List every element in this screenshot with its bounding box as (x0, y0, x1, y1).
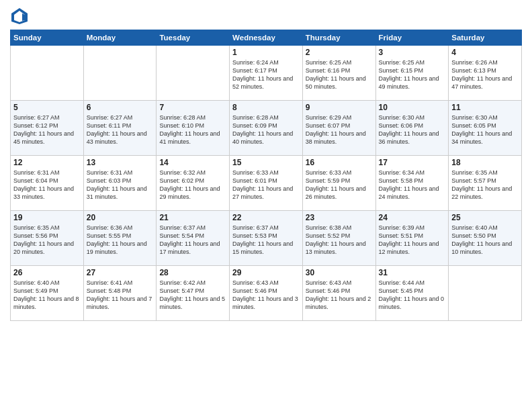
day-info: Sunrise: 6:28 AM Sunset: 6:09 PM Dayligh… (232, 113, 300, 146)
calendar-cell: 18Sunrise: 6:35 AM Sunset: 5:57 PM Dayli… (449, 156, 522, 211)
day-number: 26 (13, 268, 81, 277)
calendar-cell: 20Sunrise: 6:36 AM Sunset: 5:55 PM Dayli… (83, 211, 157, 266)
day-number: 11 (451, 103, 519, 112)
day-info: Sunrise: 6:26 AM Sunset: 6:13 PM Dayligh… (451, 58, 519, 91)
day-info: Sunrise: 6:33 AM Sunset: 5:59 PM Dayligh… (306, 169, 373, 201)
day-info: Sunrise: 6:39 AM Sunset: 5:51 PM Dayligh… (379, 224, 446, 257)
day-number: 27 (87, 268, 154, 277)
week-row-4: 19Sunrise: 6:35 AM Sunset: 5:56 PM Dayli… (11, 211, 522, 266)
day-info: Sunrise: 6:25 AM Sunset: 6:15 PM Dayligh… (379, 58, 446, 91)
day-number: 31 (379, 268, 446, 277)
calendar-cell: 8Sunrise: 6:28 AM Sunset: 6:09 PM Daylig… (230, 101, 303, 156)
day-header-wednesday: Wednesday (230, 30, 303, 46)
day-info: Sunrise: 6:30 AM Sunset: 6:05 PM Dayligh… (451, 113, 519, 146)
week-row-1: 1Sunrise: 6:24 AM Sunset: 6:17 PM Daylig… (11, 46, 522, 101)
calendar-cell (449, 266, 522, 321)
day-number: 1 (232, 48, 300, 57)
calendar-cell: 23Sunrise: 6:38 AM Sunset: 5:52 PM Dayli… (302, 211, 375, 266)
logo (10, 7, 32, 26)
day-info: Sunrise: 6:36 AM Sunset: 5:55 PM Dayligh… (87, 224, 154, 257)
calendar-cell: 15Sunrise: 6:33 AM Sunset: 6:01 PM Dayli… (230, 156, 303, 211)
day-info: Sunrise: 6:31 AM Sunset: 6:03 PM Dayligh… (87, 169, 154, 201)
day-info: Sunrise: 6:24 AM Sunset: 6:17 PM Dayligh… (232, 58, 300, 91)
day-info: Sunrise: 6:35 AM Sunset: 5:57 PM Dayligh… (451, 169, 519, 201)
day-info: Sunrise: 6:40 AM Sunset: 5:49 PM Dayligh… (13, 279, 81, 312)
calendar-cell: 11Sunrise: 6:30 AM Sunset: 6:05 PM Dayli… (449, 101, 522, 156)
day-info: Sunrise: 6:32 AM Sunset: 6:02 PM Dayligh… (159, 169, 226, 201)
day-number: 29 (232, 268, 300, 277)
calendar-header-row: SundayMondayTuesdayWednesdayThursdayFrid… (11, 30, 522, 46)
calendar-cell: 13Sunrise: 6:31 AM Sunset: 6:03 PM Dayli… (83, 156, 157, 211)
calendar-cell: 2Sunrise: 6:25 AM Sunset: 6:16 PM Daylig… (302, 46, 375, 101)
day-info: Sunrise: 6:43 AM Sunset: 5:46 PM Dayligh… (306, 279, 373, 312)
day-number: 19 (13, 213, 81, 222)
calendar-cell: 16Sunrise: 6:33 AM Sunset: 5:59 PM Dayli… (302, 156, 375, 211)
day-info: Sunrise: 6:38 AM Sunset: 5:52 PM Dayligh… (306, 224, 373, 257)
calendar-cell: 6Sunrise: 6:27 AM Sunset: 6:11 PM Daylig… (83, 101, 157, 156)
day-number: 9 (306, 103, 373, 112)
day-number: 22 (232, 213, 300, 222)
day-header-thursday: Thursday (302, 30, 375, 46)
calendar-cell: 29Sunrise: 6:43 AM Sunset: 5:46 PM Dayli… (230, 266, 303, 321)
calendar-cell (157, 46, 230, 101)
calendar-cell (83, 46, 157, 101)
calendar-cell: 9Sunrise: 6:29 AM Sunset: 6:07 PM Daylig… (302, 101, 375, 156)
calendar-cell: 24Sunrise: 6:39 AM Sunset: 5:51 PM Dayli… (375, 211, 449, 266)
week-row-2: 5Sunrise: 6:27 AM Sunset: 6:12 PM Daylig… (11, 101, 522, 156)
day-info: Sunrise: 6:29 AM Sunset: 6:07 PM Dayligh… (306, 113, 373, 146)
calendar-cell: 7Sunrise: 6:28 AM Sunset: 6:10 PM Daylig… (157, 101, 230, 156)
calendar-cell: 21Sunrise: 6:37 AM Sunset: 5:54 PM Dayli… (157, 211, 230, 266)
day-number: 21 (159, 213, 226, 222)
day-header-sunday: Sunday (11, 30, 84, 46)
day-number: 15 (232, 158, 300, 167)
day-info: Sunrise: 6:40 AM Sunset: 5:50 PM Dayligh… (451, 224, 519, 257)
day-number: 30 (306, 268, 373, 277)
calendar: SundayMondayTuesdayWednesdayThursdayFrid… (10, 30, 522, 321)
logo-icon (10, 7, 29, 26)
day-info: Sunrise: 6:27 AM Sunset: 6:11 PM Dayligh… (87, 113, 154, 146)
calendar-cell: 25Sunrise: 6:40 AM Sunset: 5:50 PM Dayli… (449, 211, 522, 266)
calendar-cell: 5Sunrise: 6:27 AM Sunset: 6:12 PM Daylig… (11, 101, 84, 156)
calendar-cell: 12Sunrise: 6:31 AM Sunset: 6:04 PM Dayli… (11, 156, 84, 211)
day-number: 5 (13, 103, 81, 112)
calendar-cell: 19Sunrise: 6:35 AM Sunset: 5:56 PM Dayli… (11, 211, 84, 266)
calendar-cell: 17Sunrise: 6:34 AM Sunset: 5:58 PM Dayli… (375, 156, 449, 211)
day-number: 10 (379, 103, 446, 112)
calendar-cell: 4Sunrise: 6:26 AM Sunset: 6:13 PM Daylig… (449, 46, 522, 101)
day-info: Sunrise: 6:35 AM Sunset: 5:56 PM Dayligh… (13, 224, 81, 257)
day-number: 8 (232, 103, 300, 112)
day-header-friday: Friday (375, 30, 449, 46)
day-info: Sunrise: 6:43 AM Sunset: 5:46 PM Dayligh… (232, 279, 300, 312)
day-info: Sunrise: 6:37 AM Sunset: 5:53 PM Dayligh… (232, 224, 300, 257)
day-info: Sunrise: 6:33 AM Sunset: 6:01 PM Dayligh… (232, 169, 300, 201)
day-number: 13 (87, 158, 154, 167)
day-number: 17 (379, 158, 446, 167)
calendar-cell: 26Sunrise: 6:40 AM Sunset: 5:49 PM Dayli… (11, 266, 84, 321)
day-info: Sunrise: 6:28 AM Sunset: 6:10 PM Dayligh… (159, 113, 226, 146)
day-header-monday: Monday (83, 30, 157, 46)
week-row-5: 26Sunrise: 6:40 AM Sunset: 5:49 PM Dayli… (11, 266, 522, 321)
day-number: 16 (306, 158, 373, 167)
calendar-cell: 10Sunrise: 6:30 AM Sunset: 6:06 PM Dayli… (375, 101, 449, 156)
calendar-cell: 3Sunrise: 6:25 AM Sunset: 6:15 PM Daylig… (375, 46, 449, 101)
day-header-saturday: Saturday (449, 30, 522, 46)
day-info: Sunrise: 6:41 AM Sunset: 5:48 PM Dayligh… (87, 279, 154, 312)
day-number: 12 (13, 158, 81, 167)
day-number: 24 (379, 213, 446, 222)
day-number: 6 (87, 103, 154, 112)
day-number: 3 (379, 48, 446, 57)
calendar-cell: 31Sunrise: 6:44 AM Sunset: 5:45 PM Dayli… (375, 266, 449, 321)
day-number: 20 (87, 213, 154, 222)
day-number: 28 (159, 268, 226, 277)
day-number: 23 (306, 213, 373, 222)
calendar-cell: 30Sunrise: 6:43 AM Sunset: 5:46 PM Dayli… (302, 266, 375, 321)
day-info: Sunrise: 6:25 AM Sunset: 6:16 PM Dayligh… (306, 58, 373, 91)
day-info: Sunrise: 6:27 AM Sunset: 6:12 PM Dayligh… (13, 113, 81, 146)
day-info: Sunrise: 6:30 AM Sunset: 6:06 PM Dayligh… (379, 113, 446, 146)
day-number: 14 (159, 158, 226, 167)
calendar-cell: 22Sunrise: 6:37 AM Sunset: 5:53 PM Dayli… (230, 211, 303, 266)
calendar-cell: 28Sunrise: 6:42 AM Sunset: 5:47 PM Dayli… (157, 266, 230, 321)
day-info: Sunrise: 6:34 AM Sunset: 5:58 PM Dayligh… (379, 169, 446, 201)
day-header-tuesday: Tuesday (157, 30, 230, 46)
week-row-3: 12Sunrise: 6:31 AM Sunset: 6:04 PM Dayli… (11, 156, 522, 211)
